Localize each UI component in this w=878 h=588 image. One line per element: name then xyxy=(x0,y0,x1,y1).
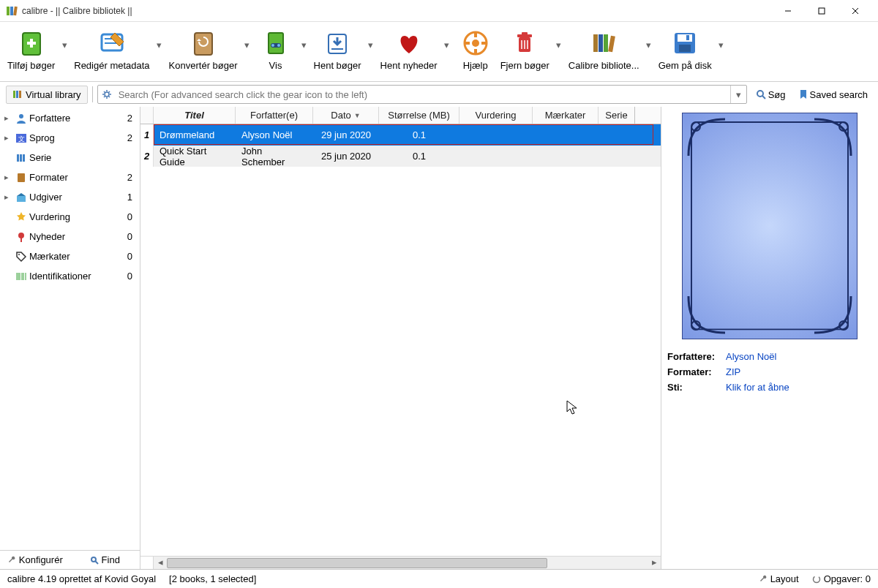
sidebar-item-news[interactable]: Nyheder0 xyxy=(0,227,140,246)
library-dropdown[interactable]: ▾ xyxy=(642,25,656,50)
minimize-button[interactable] xyxy=(771,0,805,22)
tag-browser: ▸Forfattere2 ▸文Sprog2 Serie ▸Formater2 ▸… xyxy=(0,107,140,569)
svg-point-63 xyxy=(18,254,20,255)
col-tags[interactable]: Mærkater xyxy=(533,107,599,124)
scroll-left-button[interactable]: ◂ xyxy=(154,557,167,569)
sidebar-item-tags[interactable]: Mærkater0 xyxy=(0,246,140,266)
sidebar-item-publisher[interactable]: ▸Udgiver1 xyxy=(0,187,140,207)
news-dropdown[interactable]: ▾ xyxy=(440,25,454,50)
svg-point-21 xyxy=(472,39,479,47)
detail-authors-link[interactable]: Alyson Noël xyxy=(726,351,776,362)
svg-rect-22 xyxy=(474,31,477,37)
maximize-button[interactable] xyxy=(805,0,838,22)
svg-rect-25 xyxy=(481,42,487,45)
fetch-dropdown[interactable]: ▾ xyxy=(364,25,378,50)
remove-dropdown[interactable]: ▾ xyxy=(552,25,566,50)
add-books-dropdown[interactable]: ▾ xyxy=(58,25,71,50)
col-title[interactable]: Titel xyxy=(154,107,236,124)
status-bar: calibre 4.19 oprettet af Kovid Goyal [2 … xyxy=(0,569,878,588)
svg-line-48 xyxy=(104,91,105,93)
convert-icon xyxy=(188,28,219,59)
table-row[interactable]: 2 Quick Start Guide John Schember 25 jun… xyxy=(140,146,661,167)
fetch-news-button[interactable]: Hent nyheder xyxy=(378,25,440,74)
detail-formats-label: Formater: xyxy=(667,365,726,380)
detail-formats-link[interactable]: ZIP xyxy=(726,366,740,377)
svg-rect-0 xyxy=(7,7,10,15)
search-input[interactable] xyxy=(116,89,730,100)
cover-image[interactable] xyxy=(682,113,858,339)
ornament-border xyxy=(690,121,849,331)
download-icon xyxy=(322,28,353,59)
virtual-library-button[interactable]: Virtual library xyxy=(6,86,88,104)
convert-button[interactable]: Konvertér bøger xyxy=(166,25,241,74)
svg-rect-60 xyxy=(18,173,25,182)
scroll-right-button[interactable]: ▸ xyxy=(648,557,661,569)
svg-line-53 xyxy=(762,96,765,99)
sidebar-item-rating[interactable]: Vurdering0 xyxy=(0,207,140,227)
help-button[interactable]: Hjælp xyxy=(454,25,498,74)
svg-rect-24 xyxy=(464,42,470,45)
detail-path-label: Sti: xyxy=(667,380,726,396)
tag-icon xyxy=(13,251,29,263)
edit-metadata-button[interactable]: Redigér metadata xyxy=(71,25,152,74)
convert-dropdown[interactable]: ▾ xyxy=(241,25,254,50)
add-icon xyxy=(16,28,47,59)
svg-line-71 xyxy=(95,561,98,564)
svg-line-51 xyxy=(104,97,105,98)
fetch-books-button[interactable]: Hent bøger xyxy=(311,25,364,74)
sidebar-item-languages[interactable]: ▸文Sprog2 xyxy=(0,128,140,148)
sidebar-item-identifiers[interactable]: Identifikationer0 xyxy=(0,266,140,286)
search-field[interactable]: ▾ xyxy=(97,85,747,104)
books-icon xyxy=(12,89,23,99)
remove-books-button[interactable]: Fjern bøger xyxy=(498,25,552,74)
svg-point-52 xyxy=(757,91,763,97)
col-size[interactable]: Størrelse (MB) xyxy=(379,107,459,124)
library-button[interactable]: Calibre bibliote... xyxy=(566,25,642,74)
series-icon xyxy=(13,152,29,164)
detail-path-link[interactable]: Klik for at åbne xyxy=(726,382,789,393)
col-author[interactable]: Forfatter(e) xyxy=(236,107,313,124)
table-row[interactable]: 1 Drømmeland Alyson Noël 29 jun 2020 0.1 xyxy=(140,124,661,146)
search-button[interactable]: Søg xyxy=(751,86,790,103)
svg-rect-9 xyxy=(30,39,33,48)
view-dropdown[interactable]: ▾ xyxy=(298,25,311,50)
main-toolbar: Tilføj bøger ▾ Redigér metadata ▾ Konver… xyxy=(0,22,878,82)
saved-search-button[interactable]: Saved search xyxy=(795,86,873,103)
sidebar-item-authors[interactable]: ▸Forfattere2 xyxy=(0,108,140,128)
language-icon: 文 xyxy=(13,132,29,144)
sidebar-item-series[interactable]: Serie xyxy=(0,148,140,167)
col-rating[interactable]: Vurdering xyxy=(459,107,533,124)
svg-rect-23 xyxy=(474,49,477,55)
svg-point-70 xyxy=(91,557,96,562)
edit-metadata-dropdown[interactable]: ▾ xyxy=(153,25,166,50)
version-text: calibre 4.19 oprettet af Kovid Goyal xyxy=(7,573,156,584)
layout-button[interactable]: Layout xyxy=(759,573,799,584)
svg-rect-41 xyxy=(16,91,18,98)
svg-rect-28 xyxy=(522,32,528,35)
svg-point-62 xyxy=(18,233,24,238)
save-button[interactable]: Gem på disk xyxy=(656,25,715,74)
svg-text:文: 文 xyxy=(18,135,25,143)
find-button[interactable]: Find xyxy=(70,551,140,569)
view-button[interactable]: Vis xyxy=(254,25,298,74)
pin-icon xyxy=(13,231,29,243)
app-icon xyxy=(6,5,18,17)
publisher-icon xyxy=(13,192,29,203)
save-dropdown[interactable]: ▾ xyxy=(715,25,728,50)
jobs-button[interactable]: Opgaver: 0 xyxy=(812,573,871,584)
configure-button[interactable]: Konfigurér xyxy=(0,551,70,569)
svg-rect-76 xyxy=(691,122,848,329)
gear-icon[interactable] xyxy=(98,89,116,99)
search-history-dropdown[interactable]: ▾ xyxy=(730,86,746,103)
horizontal-scrollbar[interactable]: ◂ ▸ xyxy=(140,556,661,569)
svg-point-54 xyxy=(19,114,23,118)
col-date[interactable]: Dato▼ xyxy=(313,107,379,124)
sidebar-item-formats[interactable]: ▸Formater2 xyxy=(0,167,140,187)
col-series[interactable]: Serie xyxy=(599,107,635,124)
svg-rect-57 xyxy=(17,154,19,162)
add-books-button[interactable]: Tilføj bøger xyxy=(4,25,58,74)
close-button[interactable] xyxy=(838,0,872,22)
wrench-icon xyxy=(7,556,16,565)
book-icon xyxy=(13,172,29,184)
scroll-thumb[interactable] xyxy=(167,558,547,568)
